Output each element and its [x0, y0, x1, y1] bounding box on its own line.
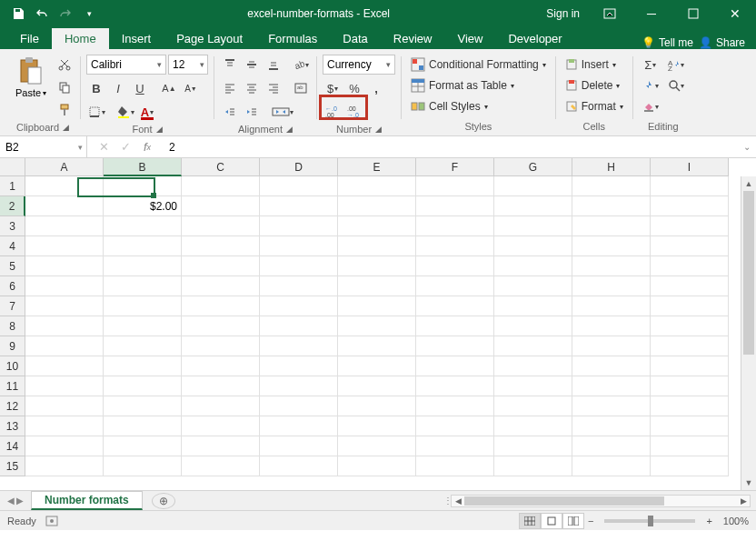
cell[interactable]: [338, 256, 416, 276]
cell[interactable]: [182, 236, 260, 256]
cell[interactable]: [104, 276, 182, 296]
cell[interactable]: [494, 316, 572, 336]
name-box[interactable]: ▾: [0, 136, 87, 157]
alignment-dialog-launcher[interactable]: ◢: [286, 125, 293, 134]
cell[interactable]: [260, 396, 338, 416]
cell[interactable]: [104, 376, 182, 396]
bold-button[interactable]: B: [86, 78, 106, 98]
cell[interactable]: [416, 176, 494, 196]
cell[interactable]: [494, 176, 572, 196]
cell[interactable]: [494, 396, 572, 416]
cell[interactable]: [651, 336, 729, 356]
cell[interactable]: [104, 416, 182, 436]
cell[interactable]: [416, 296, 494, 316]
comma-format-icon[interactable]: ,: [366, 78, 386, 98]
zoom-out-button[interactable]: −: [584, 516, 597, 526]
zoom-level[interactable]: 100%: [723, 516, 749, 526]
row-header[interactable]: 5: [0, 256, 25, 276]
cell[interactable]: [260, 316, 338, 336]
cell[interactable]: [104, 296, 182, 316]
column-header[interactable]: A: [25, 158, 104, 176]
cell[interactable]: [182, 296, 260, 316]
cell[interactable]: [494, 276, 572, 296]
chevron-down-icon[interactable]: ▾: [197, 60, 207, 69]
cell[interactable]: [182, 336, 260, 356]
cell[interactable]: [104, 356, 182, 376]
accounting-format-icon[interactable]: $▾: [323, 78, 343, 98]
cell[interactable]: [25, 216, 104, 236]
cell[interactable]: [338, 196, 416, 216]
cell[interactable]: [25, 296, 104, 316]
cell[interactable]: [25, 256, 104, 276]
row-header[interactable]: 13: [0, 416, 25, 436]
cell[interactable]: [651, 356, 729, 376]
cell-styles-button[interactable]: Cell Styles▾: [407, 96, 550, 116]
scroll-right-icon[interactable]: ▶: [737, 496, 750, 506]
cell[interactable]: [182, 436, 260, 456]
cell[interactable]: [651, 256, 729, 276]
increase-indent-icon[interactable]: [242, 102, 262, 122]
decrease-decimal-icon[interactable]: .00→.0: [344, 102, 364, 122]
cell[interactable]: [260, 256, 338, 276]
cell[interactable]: [182, 176, 260, 196]
cell[interactable]: [104, 236, 182, 256]
cell[interactable]: [338, 416, 416, 436]
find-select-icon[interactable]: ▾: [664, 75, 688, 95]
qat-dropdown-icon[interactable]: ▾: [78, 3, 100, 25]
decrease-indent-icon[interactable]: [220, 102, 240, 122]
cell[interactable]: [182, 396, 260, 416]
tab-view[interactable]: View: [444, 28, 495, 49]
sheet-tab-active[interactable]: Number formats: [31, 491, 143, 510]
tab-insert[interactable]: Insert: [109, 28, 164, 49]
cell[interactable]: [25, 456, 104, 476]
scroll-up-icon[interactable]: ▲: [741, 176, 756, 191]
row-header[interactable]: 9: [0, 336, 25, 356]
cell[interactable]: [260, 236, 338, 256]
align-right-icon[interactable]: [264, 78, 284, 98]
cell[interactable]: [572, 416, 651, 436]
cell[interactable]: [416, 436, 494, 456]
ribbon-display-options-icon[interactable]: [589, 0, 631, 27]
align-middle-icon[interactable]: [242, 55, 262, 75]
cell[interactable]: [260, 456, 338, 476]
tab-formulas[interactable]: Formulas: [255, 28, 330, 49]
cell[interactable]: [104, 336, 182, 356]
cell[interactable]: [25, 196, 104, 216]
cell[interactable]: [338, 396, 416, 416]
font-size-combo[interactable]: ▾: [168, 55, 208, 75]
cell[interactable]: [572, 276, 651, 296]
cell[interactable]: [182, 316, 260, 336]
format-cells-button[interactable]: Format▾: [562, 96, 627, 116]
expand-formula-bar-icon[interactable]: ⌄: [738, 142, 756, 152]
page-layout-view-icon[interactable]: [541, 513, 562, 529]
cell[interactable]: [25, 276, 104, 296]
cell[interactable]: [182, 276, 260, 296]
cell[interactable]: [651, 296, 729, 316]
cells-area[interactable]: $2.00: [25, 176, 740, 490]
cell[interactable]: [494, 336, 572, 356]
name-box-dropdown-icon[interactable]: ▾: [74, 143, 86, 152]
decrease-font-icon[interactable]: A▼: [181, 78, 201, 98]
row-header[interactable]: 3: [0, 216, 25, 236]
share-button[interactable]: 👤 Share: [699, 36, 745, 49]
tab-review[interactable]: Review: [381, 28, 445, 49]
cell[interactable]: [651, 276, 729, 296]
cell[interactable]: [338, 276, 416, 296]
cell[interactable]: [572, 436, 651, 456]
copy-icon[interactable]: [55, 77, 75, 97]
number-dialog-launcher[interactable]: ◢: [375, 125, 382, 134]
percent-format-icon[interactable]: %: [344, 78, 364, 98]
cell[interactable]: [572, 296, 651, 316]
cell[interactable]: [416, 416, 494, 436]
new-sheet-button[interactable]: ⊕: [152, 493, 175, 509]
cell[interactable]: [260, 416, 338, 436]
column-header[interactable]: E: [338, 158, 416, 176]
cell[interactable]: [338, 176, 416, 196]
font-name-combo[interactable]: ▾: [86, 55, 166, 75]
zoom-slider-handle[interactable]: [648, 516, 653, 526]
cell[interactable]: $2.00: [104, 196, 182, 216]
number-format-input[interactable]: [323, 58, 383, 71]
close-button[interactable]: ✕: [714, 0, 756, 27]
column-header[interactable]: B: [104, 158, 182, 176]
cell[interactable]: [494, 416, 572, 436]
